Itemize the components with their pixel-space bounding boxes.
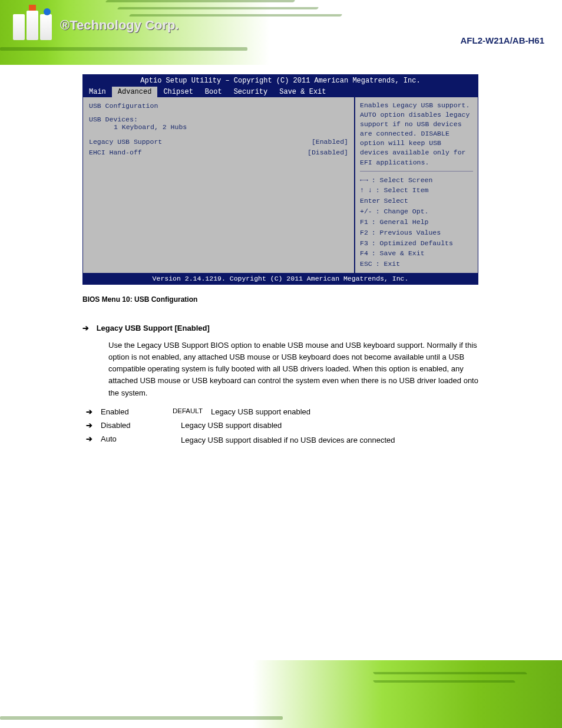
- tab-security[interactable]: Security: [228, 87, 274, 97]
- tab-saveexit[interactable]: Save & Exit: [273, 87, 332, 97]
- arrow-ud-icon: ↑ ↓: [360, 185, 372, 196]
- bios-footer: Version 2.14.1219. Copyright (C) 2011 Am…: [83, 273, 478, 284]
- bullet-arrow-icon: ➔: [86, 421, 92, 430]
- iei-logo-icon: [13, 11, 55, 40]
- section-title: USB Configuration: [89, 102, 348, 110]
- tab-advanced[interactable]: Advanced: [112, 87, 158, 97]
- figure-caption: BIOS Menu 10: USB Configuration: [82, 295, 478, 304]
- bios-left-pane: USB Configuration USB Devices: 1 Keyboar…: [83, 97, 355, 273]
- tab-boot[interactable]: Boot: [199, 87, 228, 97]
- brand-logo: ®Technology Corp.: [13, 11, 179, 40]
- bullet-arrow-icon: ➔: [86, 407, 92, 416]
- arrow-lr-icon: ←→: [360, 175, 368, 186]
- bios-header: Aptio Setup Utility – Copyright (C) 2011…: [83, 75, 478, 87]
- option-value-auto: ➔ Auto Legacy USB support disabled if no…: [86, 434, 478, 447]
- option-description: Enables Legacy USB support. AUTO option …: [360, 101, 473, 167]
- tab-main[interactable]: Main: [83, 87, 112, 97]
- brand-text: ®Technology Corp.: [60, 18, 179, 33]
- option-value-disabled: ➔ Disabled Legacy USB support disabled: [86, 421, 478, 430]
- option-value-enabled: ➔ Enabled DEFAULT Legacy USB support ena…: [86, 407, 478, 416]
- usb-devices-value: 1 Keyboard, 2 Hubs: [89, 123, 348, 131]
- bios-right-pane: Enables Legacy USB support. AUTO option …: [355, 97, 478, 273]
- option-body: Use the Legacy USB Support BIOS option t…: [108, 340, 478, 399]
- option-heading: Legacy USB Support [Enabled]: [97, 324, 210, 332]
- option-legacy-usb[interactable]: Legacy USB Support [Enabled]: [89, 137, 348, 147]
- document-title: AFL2-W21A/AB-H61: [460, 35, 544, 45]
- bullet-arrow-icon: ➔: [82, 324, 94, 332]
- option-ehci-handoff[interactable]: EHCI Hand-off [Disabled]: [89, 147, 348, 158]
- bios-tabbar: Main Advanced Chipset Boot Security Save…: [83, 87, 478, 97]
- bios-screenshot: Aptio Setup Utility – Copyright (C) 2011…: [82, 74, 478, 285]
- tab-chipset[interactable]: Chipset: [157, 87, 199, 97]
- usb-devices-label: USB Devices:: [89, 116, 348, 123]
- bullet-arrow-icon: ➔: [86, 434, 92, 443]
